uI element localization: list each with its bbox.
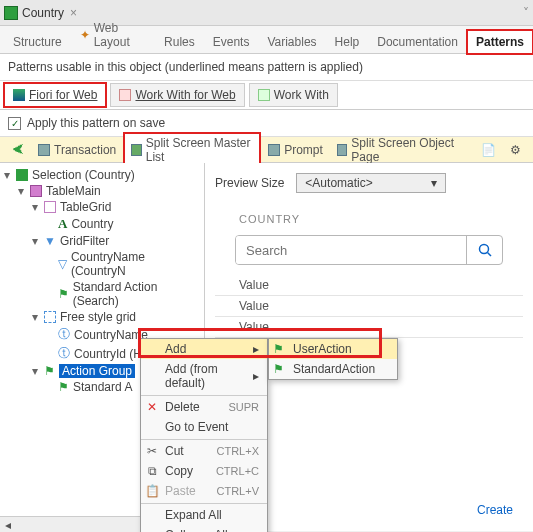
tool-settings[interactable]: ⚙	[504, 141, 527, 159]
ctx-cut[interactable]: ✂CutCTRL+X	[141, 439, 267, 461]
tab-rules[interactable]: Rules	[155, 30, 204, 53]
scroll-left-icon[interactable]: ◂	[0, 518, 16, 532]
transaction-icon	[38, 144, 50, 156]
list-item[interactable]: Value	[215, 275, 523, 296]
table-icon	[30, 185, 42, 197]
tree-filt-countryname[interactable]: ▽CountryName (CountryN	[2, 249, 202, 279]
object-title: Country	[22, 6, 64, 20]
patterns-hint: Patterns usable in this object (underlin…	[0, 54, 533, 81]
prompt-icon	[268, 144, 280, 156]
flag-icon3: ⚑	[58, 380, 69, 394]
apply-label: Apply this pattern on save	[27, 116, 165, 130]
ctx-collapse[interactable]: Collapse All	[141, 525, 267, 532]
preview-size-value: <Automatic>	[305, 176, 372, 190]
grid-icon	[44, 201, 56, 213]
tree-gridfilter[interactable]: ▾▼GridFilter	[2, 233, 202, 249]
split-master-icon	[131, 144, 141, 156]
context-menu: Add▸ Add (from default)▸ ✕DeleteSUPR Go …	[140, 338, 268, 532]
fiori-icon	[13, 89, 25, 101]
pattern-tabs: Fiori for Web Work With for Web Work Wit…	[0, 81, 533, 110]
tab-help[interactable]: Help	[326, 30, 369, 53]
svg-line-1	[487, 253, 491, 257]
ctx-add[interactable]: Add▸	[141, 339, 267, 359]
pattern-fiori[interactable]: Fiori for Web	[4, 83, 106, 107]
object-icon	[4, 6, 18, 20]
sub-useraction[interactable]: ⚑UserAction	[269, 339, 397, 359]
tab-variables[interactable]: Variables	[258, 30, 325, 53]
tree-tablemain[interactable]: ▾TableMain	[2, 183, 202, 199]
svg-point-0	[479, 245, 488, 254]
preview-search	[235, 235, 503, 265]
paste-icon: 📋	[145, 484, 159, 498]
cut-icon: ✂	[145, 444, 159, 458]
ctx-add-default[interactable]: Add (from default)▸	[141, 359, 267, 393]
ww-icon	[119, 89, 131, 101]
flag-icon2: ⚑	[44, 364, 55, 378]
apply-checkbox[interactable]: ✓	[8, 117, 21, 130]
create-link[interactable]: Create	[477, 503, 513, 517]
ww2-icon	[258, 89, 270, 101]
text-icon2: ⓣ	[58, 345, 70, 362]
flag-icon-sub1: ⚑	[273, 342, 287, 356]
object-tabstrip: Structure ✦Web Layout Rules Events Varia…	[0, 26, 533, 54]
list-item[interactable]: Value	[215, 296, 523, 317]
text-icon: ⓣ	[58, 326, 70, 343]
pattern-ww[interactable]: Work With	[249, 83, 338, 107]
ctx-copy[interactable]: ⧉CopyCTRL+C	[141, 461, 267, 481]
tool-nav-left[interactable]: ⮜	[6, 141, 30, 159]
list-item[interactable]: Value	[215, 317, 523, 338]
ctx-goto[interactable]: Go to Event	[141, 417, 267, 437]
search-button[interactable]	[466, 236, 502, 264]
ctx-expand[interactable]: Expand All	[141, 503, 267, 525]
tab-patterns[interactable]: Patterns	[467, 30, 533, 54]
add-submenu: ⚑UserAction ⚑StandardAction	[268, 338, 398, 380]
collapse-icon[interactable]: ˅	[523, 6, 529, 20]
filter-attr-icon: ▽	[58, 257, 67, 271]
search-input[interactable]	[236, 236, 466, 264]
copy-icon: ⧉	[145, 464, 159, 478]
sub-standardaction[interactable]: ⚑StandardAction	[269, 359, 397, 379]
pattern-wwweb[interactable]: Work With for Web	[110, 83, 244, 107]
preview-size-combo[interactable]: <Automatic> ▾	[296, 173, 446, 193]
tool-split-master[interactable]: Split Screen Master List	[124, 133, 260, 167]
tree-root[interactable]: ▾Selection (Country)	[2, 167, 202, 183]
tool-split-object[interactable]: Split Screen Object Page	[331, 134, 471, 166]
tab-web-layout[interactable]: ✦Web Layout	[71, 16, 155, 53]
preview-section-title: COUNTRY	[215, 201, 523, 235]
attr-icon: A	[58, 216, 67, 232]
preview-size-label: Preview Size	[215, 176, 284, 190]
search-icon	[477, 242, 493, 258]
tool-extra1[interactable]: 📄	[475, 141, 502, 159]
chevron-down-icon: ▾	[431, 176, 437, 190]
tree-filt-search[interactable]: ⚑Standard Action (Search)	[2, 279, 202, 309]
tab-events[interactable]: Events	[204, 30, 259, 53]
delete-icon: ✕	[145, 400, 159, 414]
split-object-icon	[337, 144, 347, 156]
ctx-delete[interactable]: ✕DeleteSUPR	[141, 395, 267, 417]
ctx-paste: 📋PasteCTRL+V	[141, 481, 267, 501]
tool-prompt[interactable]: Prompt	[262, 141, 329, 159]
tool-transaction[interactable]: Transaction	[32, 141, 122, 159]
tree-tablegrid[interactable]: ▾TableGrid	[2, 199, 202, 215]
flag-icon-sub2: ⚑	[273, 362, 287, 376]
tab-structure[interactable]: Structure	[4, 30, 71, 53]
freestyle-icon	[44, 311, 56, 323]
flag-icon: ⚑	[58, 287, 69, 301]
tab-documentation[interactable]: Documentation	[368, 30, 467, 53]
tree-country[interactable]: ACountry	[2, 215, 202, 233]
pattern-toolbar: ⮜ Transaction Split Screen Master List P…	[0, 137, 533, 163]
selection-icon	[16, 169, 28, 181]
tree-freestyle[interactable]: ▾Free style grid	[2, 309, 202, 325]
filter-icon: ▼	[44, 234, 56, 248]
